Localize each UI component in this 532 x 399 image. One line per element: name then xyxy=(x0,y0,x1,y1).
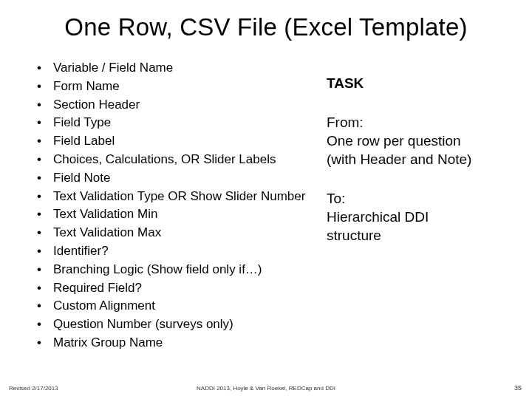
list-item: Required Field? xyxy=(35,279,316,298)
list-item: Identifier? xyxy=(35,242,316,261)
task-heading: TASK xyxy=(327,74,504,92)
task-from: From: One row per question (with Header … xyxy=(327,113,504,168)
list-item: Question Number (surveys only) xyxy=(35,316,316,334)
task-from-label: From: xyxy=(327,115,364,130)
field-list: Variable / Field Name Form Name Section … xyxy=(35,59,316,352)
list-item: Branching Logic (Show field only if…) xyxy=(35,261,316,279)
task-to: To: Hierarchical DDI structure xyxy=(327,189,504,245)
task-box: TASK From: One row per question (with He… xyxy=(327,74,504,265)
list-item: Section Header xyxy=(35,96,316,115)
list-item: Field Label xyxy=(35,132,316,151)
list-item: Field Note xyxy=(35,169,316,188)
footer-citation: NADDI 2013, Hoyle & Van Roekel, REDCap a… xyxy=(0,385,532,392)
slide-number: 35 xyxy=(514,384,522,392)
task-to-line2: structure xyxy=(327,228,381,243)
list-item: Form Name xyxy=(35,78,316,96)
task-to-line1: Hierarchical DDI xyxy=(327,209,429,225)
task-from-line1: One row per question xyxy=(327,133,461,149)
list-item: Text Validation Type OR Show Slider Numb… xyxy=(35,188,316,206)
list-item: Custom Alignment xyxy=(35,297,316,316)
slide-title: One Row, CSV File (Excel Template) xyxy=(0,13,532,41)
list-item: Variable / Field Name xyxy=(35,59,316,78)
list-item: Choices, Calculations, OR Slider Labels xyxy=(35,151,316,169)
list-item: Matrix Group Name xyxy=(35,334,316,352)
slide: One Row, CSV File (Excel Template) Varia… xyxy=(0,0,532,399)
list-item: Text Validation Min xyxy=(35,205,316,224)
task-from-line2: (with Header and Note) xyxy=(327,151,471,167)
list-item: Field Type xyxy=(35,114,316,132)
task-to-label: To: xyxy=(327,191,345,206)
list-item: Text Validation Max xyxy=(35,224,316,242)
